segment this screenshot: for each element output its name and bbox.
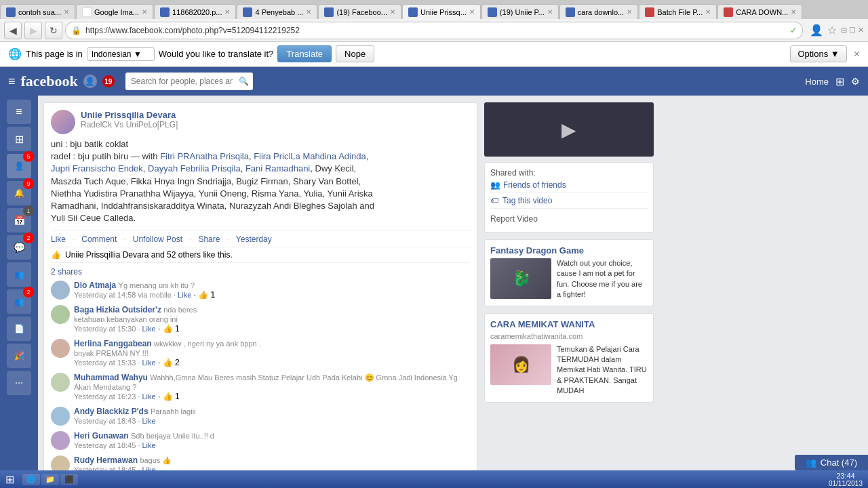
post-shares[interactable]: 2 shares [51, 266, 470, 278]
tab-8-close[interactable]: ✕ [627, 8, 632, 16]
tab-5[interactable]: (19) Faceboo... ✕ [318, 4, 401, 19]
translate-button[interactable]: Translate [277, 45, 332, 62]
tagged-user-5[interactable]: Fani Ramadhani [245, 163, 310, 174]
forward-button[interactable]: ▶ [24, 22, 42, 39]
fb-search-icon[interactable]: 🔍 [239, 77, 249, 86]
tab-3-close[interactable]: ✕ [224, 8, 230, 16]
tab-9[interactable]: Batch File P... ✕ [639, 4, 717, 19]
sidebar-icon-menu[interactable]: ≡ [7, 100, 31, 124]
tagged-user-4[interactable]: Dayyah Febrilia Prisqila [148, 163, 241, 174]
comment-3-author[interactable]: Muhammad Wahyu [74, 373, 148, 382]
sidebar-icon-calendar[interactable]: 📅1 [7, 208, 31, 232]
fb-home-link[interactable]: Home [805, 77, 829, 87]
fb-settings-icon[interactable]: ⚙ [851, 76, 860, 87]
sidebar-icon-groups[interactable]: 👥2 [7, 289, 31, 314]
sidebar-icon-profile[interactable]: 👤5 [7, 154, 31, 178]
comment-5-like[interactable]: Like [142, 441, 156, 449]
action-comment[interactable]: Comment [81, 235, 117, 244]
ad-fantasy-title[interactable]: Fantasy Dragon Game [490, 245, 648, 256]
tagged-user-1[interactable]: Fitri PRAnatha Prisqila [160, 151, 249, 161]
comment-4-author[interactable]: Andy Blackkiz P'ds [74, 407, 149, 416]
comment-3-like[interactable]: Like [142, 392, 156, 401]
bookmark-star-icon: ☆ [827, 24, 837, 37]
sidebar-icon-home[interactable]: ⊞ [7, 127, 31, 151]
tab-2[interactable]: Google Ima... ✕ [76, 4, 153, 19]
action-time: Yesterday [236, 235, 272, 244]
tab-4-close[interactable]: ✕ [306, 8, 311, 16]
tab-2-close[interactable]: ✕ [142, 8, 147, 16]
comment-6-author[interactable]: Rudy Hermawan [74, 455, 138, 465]
comment-4-text: Paraahh lagiii [151, 407, 196, 415]
comment-0-author[interactable]: Dio Atmaja [74, 281, 116, 290]
nope-button[interactable]: Nope [336, 45, 374, 62]
tab-7-close[interactable]: ✕ [547, 8, 553, 16]
refresh-button[interactable]: ↻ [45, 22, 62, 39]
tagged-user-2[interactable]: Fiira PriciLa Mahdina Adinda [254, 151, 366, 161]
tab-4-label: 4 Penyebab ... [255, 8, 303, 16]
taskbar-item-explorer[interactable]: 📁 [41, 474, 59, 485]
post-author-name[interactable]: Uniie Prissqilia Devara [81, 110, 178, 120]
comment-4-like[interactable]: Like [142, 417, 156, 425]
tagged-user-3[interactable]: Jupri Fransischo Endek [51, 163, 143, 174]
system-date: 01/11/2013 [829, 480, 863, 487]
comment-0-like[interactable]: Like [178, 291, 191, 299]
tab-1[interactable]: contoh sua... ✕ [0, 4, 75, 19]
tab-4[interactable]: 4 Penyebab ... ✕ [237, 4, 317, 19]
url-bar[interactable]: 🔒 https://www.facebook.com/photo.php?v=5… [65, 22, 803, 39]
fb-search-input[interactable] [125, 73, 253, 90]
options-button[interactable]: Options ▼ [790, 45, 846, 62]
close-translate-button[interactable]: × [854, 48, 860, 60]
tab-5-close[interactable]: ✕ [390, 8, 395, 16]
comment-1-author[interactable]: Baga Hizkia Outsider'z [74, 305, 161, 314]
action-share[interactable]: Share [198, 235, 220, 244]
tab-8[interactable]: cara downlo... ✕ [559, 4, 638, 19]
fb-logo-area: ≡ facebook 👤 19 [8, 73, 115, 90]
fb-logo: facebook [21, 73, 78, 90]
tab-10[interactable]: CARA DOWN... ✕ [717, 4, 802, 19]
tab-9-close[interactable]: ✕ [705, 8, 711, 16]
comment-1-content: Baga Hizkia Outsider'z nda beresketahuan… [74, 305, 197, 333]
tab-3-label: 118682020.p... [172, 8, 222, 16]
tag-video-button[interactable]: 🏷 Tag this video [490, 192, 648, 209]
comment-2-likes: · 👍 2 [158, 358, 180, 367]
chat-bar[interactable]: 👥 Chat (47) [795, 455, 868, 470]
back-button[interactable]: ◀ [4, 22, 22, 39]
fb-friends-icon[interactable]: ⊞ [835, 75, 844, 88]
fb-center-column: Uniie Prissqilia Devara RadelCk Vs UniPe… [43, 102, 477, 471]
ad-cara-title[interactable]: CARA MEMIKAT WANITA [490, 319, 648, 329]
comment-3-likes: · 👍 1 [158, 392, 180, 401]
sidebar-icon-friends[interactable]: 👥 [7, 262, 31, 287]
taskbar-item-cmd[interactable]: ⬛ [60, 474, 78, 485]
sidebar-icon-messages[interactable]: 💬2 [7, 235, 31, 260]
tab-10-close[interactable]: ✕ [791, 8, 796, 16]
taskbar-clock: 23:44 01/11/2013 [823, 472, 868, 487]
tab-6-active[interactable]: Uniie Prissq... ✕ [402, 4, 481, 19]
comment-2-like[interactable]: Like [142, 359, 156, 367]
comment-1-meta: Yesterday at 15:30 · Like · 👍 1 [74, 324, 197, 333]
sidebar-icon-notifications[interactable]: 🔔9 [7, 181, 31, 205]
sidebar-icon-events[interactable]: 🎉 [7, 344, 31, 368]
post-header: Uniie Prissqilia Devara RadelCk Vs UniPe… [51, 110, 470, 134]
post-author-subtitle: RadelCk Vs UniPeLo[PLG] [81, 120, 178, 129]
play-icon: ▶ [561, 119, 576, 141]
comment-1-like[interactable]: Like [142, 325, 156, 333]
fb-menu-icon[interactable]: ≡ [8, 75, 16, 89]
taskbar-start-button[interactable]: ⊞ [0, 473, 20, 486]
comment-5-author[interactable]: Heri Gunawan [74, 431, 129, 441]
tab-6-close[interactable]: ✕ [469, 8, 475, 16]
report-video-button[interactable]: Report Video [490, 211, 648, 226]
taskbar-item-chrome[interactable]: 🌐 [22, 474, 40, 485]
tab-7[interactable]: (19) Uniie P... ✕ [481, 4, 559, 19]
action-unfollow[interactable]: Unfollow Post [133, 235, 182, 244]
fb-search-wrapper: 🔍 [125, 73, 253, 90]
sidebar-icon-more[interactable]: ⋯ [7, 371, 31, 395]
tab-6-label: Uniie Prissq... [420, 8, 467, 16]
comment-2-author[interactable]: Herlina Fanggabean [74, 339, 152, 348]
notification-badge: 19 [102, 75, 115, 87]
sidebar-icon-pages[interactable]: 📄 [7, 317, 31, 341]
action-like[interactable]: Like [51, 235, 66, 244]
tab-1-close[interactable]: ✕ [64, 8, 69, 16]
fb-page: ≡ facebook 👤 19 🔍 Home ⊞ ⚙ ≡ ⊞ 👤5 🔔9 📅1 … [0, 67, 868, 471]
tab-3[interactable]: 118682020.p... ✕ [154, 4, 236, 19]
language-select[interactable]: Indonesian ▼ [87, 47, 155, 61]
